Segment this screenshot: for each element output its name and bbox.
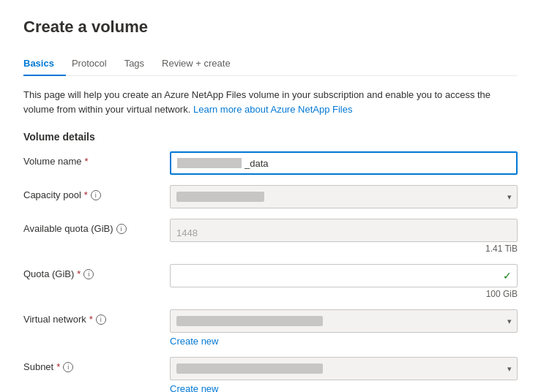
capacity-pool-info-icon[interactable]: i xyxy=(91,190,101,200)
subnet-control: ▾ Create new xyxy=(170,357,518,392)
available-quota-label: Available quota (GiB) i xyxy=(23,219,170,234)
subnet-select-wrapper: ▾ xyxy=(170,357,518,380)
volume-name-input[interactable] xyxy=(170,151,518,175)
virtual-network-row: Virtual network * i ▾ Create new xyxy=(23,309,518,347)
subnet-info-icon[interactable]: i xyxy=(63,362,73,372)
volume-name-label: Volume name * xyxy=(23,151,170,167)
quota-info-icon[interactable]: i xyxy=(83,269,94,279)
virtual-network-label: Virtual network * i xyxy=(23,309,170,325)
available-quota-hint: 1.41 TiB xyxy=(170,244,518,254)
volume-details-title: Volume details xyxy=(23,131,518,143)
volume-name-row: Volume name * xyxy=(23,151,518,175)
subnet-required: * xyxy=(56,361,60,372)
capacity-pool-blurred xyxy=(176,192,264,202)
page-title: Create a volume xyxy=(23,18,518,37)
quota-control: 100 ✓ 100 GiB xyxy=(170,264,518,299)
virtual-network-info-icon[interactable]: i xyxy=(96,314,106,325)
tab-tags[interactable]: Tags xyxy=(124,52,156,76)
quota-input[interactable]: 100 xyxy=(170,264,518,287)
capacity-pool-control: ▾ xyxy=(170,185,518,208)
quota-input-wrapper: 100 ✓ xyxy=(170,264,518,287)
tab-review-create[interactable]: Review + create xyxy=(162,52,242,76)
capacity-pool-label: Capacity pool * i xyxy=(23,185,170,200)
quota-label: Quota (GiB) * i xyxy=(23,264,170,279)
tab-protocol[interactable]: Protocol xyxy=(72,52,119,76)
tab-basics[interactable]: Basics xyxy=(23,52,66,76)
virtual-network-control: ▾ Create new xyxy=(170,309,518,347)
virtual-network-select-wrapper: ▾ xyxy=(170,309,518,333)
tab-bar: Basics Protocol Tags Review + create xyxy=(23,51,518,76)
page-description: This page will help you create an Azure … xyxy=(23,88,518,116)
quota-required: * xyxy=(77,268,81,279)
subnet-row: Subnet * i ▾ Create new xyxy=(23,357,518,392)
virtual-network-blurred xyxy=(176,316,323,326)
available-quota-control: 1448 1.41 TiB xyxy=(170,219,518,254)
virtual-network-required: * xyxy=(89,314,93,325)
quota-valid-icon: ✓ xyxy=(503,270,512,282)
volume-name-control xyxy=(170,151,518,175)
volume-name-required: * xyxy=(85,156,89,167)
subnet-blurred xyxy=(176,363,323,374)
virtual-network-create-link[interactable]: Create new xyxy=(170,336,218,347)
available-quota-info-icon[interactable]: i xyxy=(116,224,127,234)
learn-more-link[interactable]: Learn more about Azure NetApp Files xyxy=(193,104,353,115)
subnet-create-link[interactable]: Create new xyxy=(170,383,218,392)
subnet-label: Subnet * i xyxy=(23,357,170,372)
available-quota-row: Available quota (GiB) i 1448 1.41 TiB xyxy=(23,219,518,254)
available-quota-value: 1448 xyxy=(176,223,198,238)
quota-hint: 100 GiB xyxy=(170,289,518,299)
capacity-pool-required: * xyxy=(84,189,88,200)
quota-row: Quota (GiB) * i 100 ✓ 100 GiB xyxy=(23,264,518,299)
capacity-pool-select-wrapper: ▾ xyxy=(170,185,518,208)
capacity-pool-row: Capacity pool * i ▾ xyxy=(23,185,518,208)
